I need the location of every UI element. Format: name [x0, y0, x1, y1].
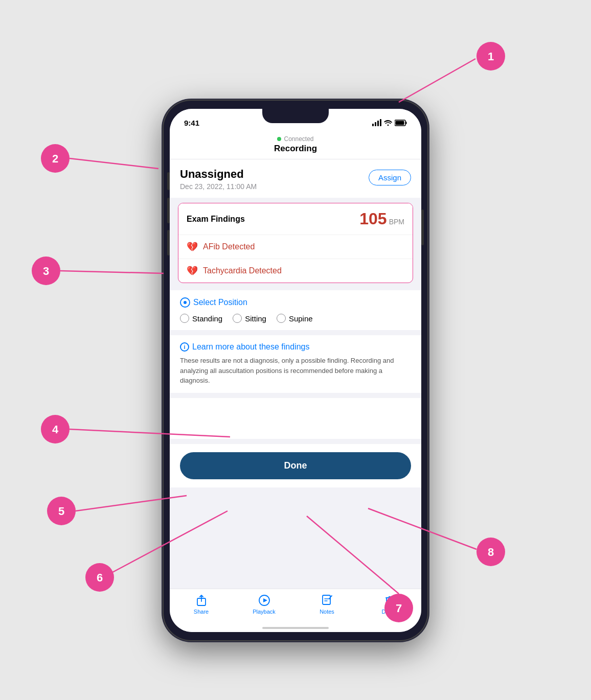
- tab-delete[interactable]: Delete: [375, 594, 405, 615]
- tab-playback[interactable]: Playback: [249, 594, 280, 615]
- bpm-display: 105 BPM: [359, 209, 404, 228]
- battery-icon: [395, 120, 407, 126]
- bpm-number: 105: [359, 209, 387, 228]
- svg-rect-25: [406, 122, 407, 124]
- tab-notes-label: Notes: [320, 609, 334, 615]
- exam-header: Exam Findings 105 BPM: [178, 203, 413, 235]
- position-label-supine: Supine: [289, 314, 313, 323]
- tab-bar: Share Playback Notes: [170, 589, 421, 625]
- connected-dot: [277, 137, 281, 141]
- position-options: Standing Sitting Supine: [180, 314, 411, 323]
- tab-share[interactable]: Share: [186, 594, 217, 615]
- page-title: Recording: [178, 144, 413, 154]
- svg-point-15: [85, 563, 114, 592]
- learn-more-section: i Learn more about these findings These …: [170, 335, 421, 393]
- svg-line-8: [60, 271, 164, 273]
- svg-point-28: [184, 301, 187, 304]
- info-icon: i: [180, 342, 189, 352]
- svg-text:2: 2: [52, 152, 58, 165]
- tab-delete-label: Delete: [382, 609, 398, 615]
- radio-standing[interactable]: [180, 314, 189, 323]
- home-indicator: [262, 627, 329, 629]
- svg-point-21: [476, 538, 505, 566]
- position-sitting[interactable]: Sitting: [233, 314, 266, 323]
- svg-text:1: 1: [488, 50, 494, 63]
- svg-text:8: 8: [488, 546, 494, 558]
- exam-findings-card: Exam Findings 105 BPM 💔 AFib Detected 💔 …: [178, 203, 413, 283]
- position-title: Select Position: [193, 298, 247, 307]
- learn-more-title[interactable]: Learn more about these findings: [192, 342, 309, 352]
- wifi-icon: [384, 120, 392, 126]
- status-time: 9:41: [184, 119, 199, 127]
- svg-point-12: [47, 497, 76, 525]
- position-supine[interactable]: Supine: [277, 314, 313, 323]
- status-icons: [372, 119, 407, 126]
- tab-share-label: Share: [194, 609, 209, 615]
- assign-button[interactable]: Assign: [369, 170, 411, 185]
- svg-text:4: 4: [52, 423, 59, 436]
- share-icon: [195, 594, 208, 606]
- playback-icon: [258, 594, 270, 606]
- home-indicator-area: [170, 625, 421, 632]
- finding-tachycardia[interactable]: 💔 Tachycardia Detected: [178, 259, 413, 283]
- svg-text:3: 3: [43, 265, 49, 277]
- svg-point-9: [41, 415, 70, 444]
- patient-header: Unassigned Dec 23, 2022, 11:00 AM Assign: [170, 159, 421, 198]
- connected-text: Connected: [284, 135, 313, 143]
- bpm-unit: BPM: [389, 218, 404, 226]
- svg-text:6: 6: [97, 571, 103, 584]
- position-section: Select Position Standing Sitting Supine: [170, 290, 421, 330]
- done-section: Done: [170, 444, 421, 487]
- svg-rect-26: [396, 121, 404, 125]
- position-label-sitting: Sitting: [245, 314, 266, 323]
- patient-name: Unassigned: [180, 168, 257, 181]
- tachy-heart-icon: 💔: [187, 265, 198, 276]
- spacer: [170, 398, 421, 439]
- afib-text: AFib Detected: [203, 242, 255, 251]
- finding-afib[interactable]: 💔 AFib Detected: [178, 235, 413, 259]
- position-header: Select Position: [180, 297, 411, 308]
- main-content: Unassigned Dec 23, 2022, 11:00 AM Assign…: [170, 159, 421, 589]
- notes-icon: [321, 594, 333, 606]
- done-button[interactable]: Done: [180, 452, 411, 479]
- svg-rect-32: [323, 595, 330, 604]
- position-label-standing: Standing: [192, 314, 222, 323]
- afib-heart-icon: 💔: [187, 241, 198, 252]
- connected-badge: Connected: [178, 135, 413, 143]
- svg-rect-33: [387, 598, 394, 604]
- nav-header: Connected Recording: [170, 132, 421, 159]
- patient-date: Dec 23, 2022, 11:00 AM: [180, 182, 257, 191]
- learn-more-header: i Learn more about these findings: [180, 342, 411, 352]
- svg-text:5: 5: [58, 505, 64, 518]
- radio-sitting[interactable]: [233, 314, 242, 323]
- patient-info: Unassigned Dec 23, 2022, 11:00 AM: [180, 168, 257, 191]
- delete-icon: [384, 594, 396, 606]
- svg-marker-31: [263, 598, 267, 602]
- select-position-icon: [180, 297, 190, 308]
- tab-playback-label: Playback: [253, 609, 276, 615]
- svg-point-3: [41, 144, 70, 173]
- svg-line-2: [399, 59, 475, 102]
- tab-notes[interactable]: Notes: [312, 594, 343, 615]
- exam-title: Exam Findings: [187, 215, 245, 224]
- svg-line-5: [70, 158, 158, 169]
- svg-point-6: [32, 256, 60, 285]
- signal-bars-icon: [372, 119, 381, 126]
- svg-point-0: [476, 42, 505, 71]
- learn-more-text: These results are not a diagnosis, only …: [180, 356, 411, 386]
- radio-supine[interactable]: [277, 314, 286, 323]
- tachy-text: Tachycardia Detected: [203, 266, 282, 275]
- position-standing[interactable]: Standing: [180, 314, 222, 323]
